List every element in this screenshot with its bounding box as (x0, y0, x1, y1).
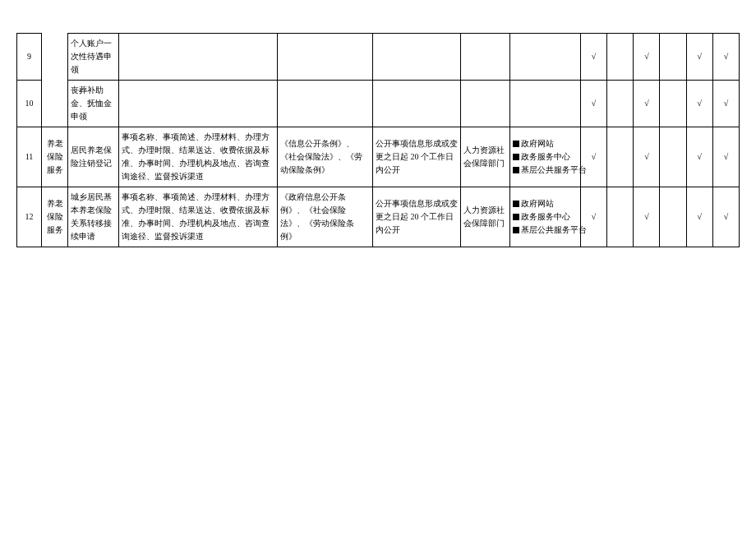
row-number: 10 (17, 81, 42, 127)
filled-checkbox-icon (513, 214, 519, 220)
channel-cell (510, 81, 581, 127)
check-cell: √ (580, 127, 606, 187)
check-cell: √ (580, 81, 606, 127)
timing-cell: 公开事项信息形成或变更之日起 20 个工作日内公开 (373, 127, 461, 187)
channel-label: 政府网站 (521, 139, 554, 148)
check-cell (660, 127, 686, 187)
channel-label: 基层公共服务平台 (521, 225, 587, 234)
disclosure-table: 9 个人账户一次性待遇申领 √ √ √ √ 10 丧葬补助金、抚恤金申领 √ √… (16, 33, 740, 247)
check-cell (607, 34, 634, 81)
timing-cell (373, 81, 461, 127)
content-cell (119, 81, 278, 127)
check-cell: √ (712, 34, 739, 81)
item-name: 居民养老保险注销登记 (68, 127, 119, 187)
channel-label: 政务服务中心 (521, 212, 570, 221)
check-cell: √ (580, 34, 606, 81)
item-name: 丧葬补助金、抚恤金申领 (68, 81, 119, 127)
check-cell: √ (634, 187, 660, 247)
check-cell (607, 187, 634, 247)
row-number: 12 (17, 187, 42, 247)
subject-cell: 人力资源社会保障部门 (461, 127, 510, 187)
channel-cell (510, 34, 581, 81)
category-cell: 养老保险服务 (42, 187, 68, 247)
check-cell (660, 187, 686, 247)
check-cell (660, 34, 686, 81)
basis-cell: 《政府信息公开条例》、《社会保险法》、《劳动保险条例》 (278, 187, 373, 247)
filled-checkbox-icon (513, 201, 519, 207)
check-cell: √ (686, 34, 712, 81)
check-cell: √ (686, 81, 712, 127)
category-cell (42, 34, 68, 127)
content-cell: 事项名称、事项简述、办理材料、办理方式、办理时限、结果送达、收费依据及标准、办事… (119, 127, 278, 187)
check-cell: √ (580, 187, 606, 247)
channel-label: 基层公共服务平台 (521, 165, 587, 174)
row-number: 9 (17, 34, 42, 81)
check-cell: √ (712, 187, 739, 247)
basis-cell (278, 34, 373, 81)
channel-label: 政务服务中心 (521, 152, 570, 161)
channel-cell: 政府网站 政务服务中心 基层公共服务平台 (510, 187, 581, 247)
timing-cell (373, 34, 461, 81)
item-name: 城乡居民基本养老保险关系转移接续申请 (68, 187, 119, 247)
check-cell: √ (634, 81, 660, 127)
category-cell: 养老保险服务 (42, 127, 68, 187)
table-row: 11 养老保险服务 居民养老保险注销登记 事项名称、事项简述、办理材料、办理方式… (17, 127, 740, 187)
filled-checkbox-icon (513, 141, 519, 147)
check-cell (607, 127, 634, 187)
table-row: 10 丧葬补助金、抚恤金申领 √ √ √ √ (17, 81, 740, 127)
timing-cell: 公开事项信息形成或变更之日起 20 个工作日内公开 (373, 187, 461, 247)
check-cell: √ (686, 127, 712, 187)
basis-cell: 《信息公开条例》、《社会保险法》、《劳动保险条例》 (278, 127, 373, 187)
check-cell: √ (712, 127, 739, 187)
subject-cell: 人力资源社会保障部门 (461, 187, 510, 247)
basis-cell (278, 81, 373, 127)
item-name: 个人账户一次性待遇申领 (68, 34, 119, 81)
table-row: 9 个人账户一次性待遇申领 √ √ √ √ (17, 34, 740, 81)
filled-checkbox-icon (513, 227, 519, 233)
filled-checkbox-icon (513, 154, 519, 160)
subject-cell (461, 34, 510, 81)
filled-checkbox-icon (513, 167, 519, 173)
check-cell: √ (686, 187, 712, 247)
content-cell: 事项名称、事项简述、办理材料、办理方式、办理时限、结果送达、收费依据及标准、办事… (119, 187, 278, 247)
check-cell: √ (712, 81, 739, 127)
check-cell: √ (634, 34, 660, 81)
row-number: 11 (17, 127, 42, 187)
content-cell (119, 34, 278, 81)
check-cell (607, 81, 634, 127)
check-cell: √ (634, 127, 660, 187)
table-row: 12 养老保险服务 城乡居民基本养老保险关系转移接续申请 事项名称、事项简述、办… (17, 187, 740, 247)
subject-cell (461, 81, 510, 127)
channel-label: 政府网站 (521, 199, 554, 208)
check-cell (660, 81, 686, 127)
channel-cell: 政府网站 政务服务中心 基层公共服务平台 (510, 127, 581, 187)
